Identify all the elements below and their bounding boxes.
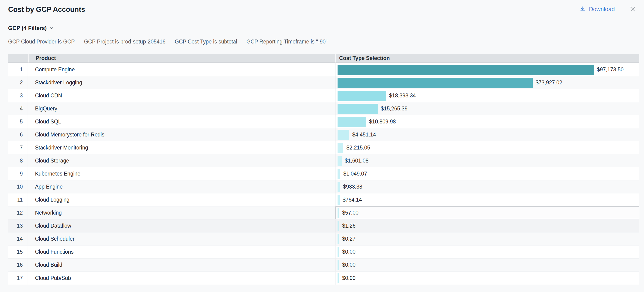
cost-value-label: $1.26 [342,223,356,229]
product-name-cell[interactable]: App Engine [28,180,336,193]
product-name-cell[interactable]: Cloud Pub/Sub [28,271,336,284]
product-name-cell[interactable]: Cloud CDN [28,89,336,102]
product-name-cell[interactable]: Cloud Scheduler [28,232,336,245]
table-row: 16Cloud Build$0.00 [8,258,639,271]
row-index: 5 [8,115,28,128]
cost-bar-cell[interactable]: $2,215.05 [336,141,639,154]
row-index: 14 [8,232,28,245]
row-index: 9 [8,167,28,180]
cost-bar [338,143,343,153]
table-row: 2Stackdriver Logging$73,927.02 [8,76,639,89]
filter-group-dropdown[interactable]: GCP (4 Filters) [8,25,54,31]
product-name-cell[interactable]: Cloud SQL [28,115,336,128]
cost-value-label: $0.00 [342,262,356,268]
row-index: 6 [8,128,28,141]
table-row: 9Kubernetes Engine$1,049.07 [8,167,639,180]
cost-value-label: $933.38 [343,184,362,190]
table-row: 15Cloud Functions$0.00 [8,245,639,258]
row-index: 17 [8,271,28,284]
row-index: 2 [8,76,28,89]
download-button[interactable]: Download [580,6,615,13]
cost-bar-cell[interactable]: $10,809.98 [336,115,639,128]
cost-table: Product Cost Type Selection 1Compute Eng… [8,54,639,284]
cost-bar-cell[interactable]: $764.14 [336,193,639,206]
product-name-cell[interactable]: Cloud Dataflow [28,219,336,232]
cost-value-label: $1,049.07 [343,171,367,177]
cost-bar [338,208,339,218]
cost-bar-cell[interactable]: $1,049.07 [336,167,639,180]
cost-value-label: $4,451.14 [352,131,376,138]
product-name-cell[interactable]: Compute Engine [28,63,336,76]
cost-bar [338,156,342,166]
product-name-cell[interactable]: Networking [28,206,336,219]
cost-bar [338,117,366,127]
cost-bar-cell[interactable]: $18,393.34 [336,89,639,102]
table-row: 11Cloud Logging$764.14 [8,193,639,206]
cost-value-label: $15,265.39 [381,105,408,112]
table-row: 6Cloud Memorystore for Redis$4,451.14 [8,128,639,141]
row-index: 7 [8,141,28,154]
cost-value-label: $10,809.98 [369,118,396,125]
row-index: 10 [8,180,28,193]
cost-value-label: $2,215.05 [346,144,370,151]
cost-bar-cell[interactable]: $1,601.08 [336,154,639,167]
header-actions: Download [580,5,636,13]
row-index: 15 [8,245,28,258]
table-row: 3Cloud CDN$18,393.34 [8,89,639,102]
row-index: 3 [8,89,28,102]
cost-bar [338,130,349,140]
cost-bar [338,195,340,205]
chevron-down-icon [49,26,54,31]
filter-chip: GCP Reporting Timeframe is "-90" [246,39,328,45]
product-name-cell[interactable]: Stackdriver Monitoring [28,141,336,154]
cost-bar-cell-selected[interactable]: $57.00 [336,206,639,219]
close-button[interactable] [629,6,636,13]
row-index: 8 [8,154,28,167]
cost-bar [338,234,339,244]
filter-chip: GCP Cost Type is subtotal [175,39,237,45]
table-row: 17Cloud Pub/Sub$0.00 [8,271,639,284]
cost-bar [338,78,533,88]
cost-bar-cell[interactable]: $0.00 [336,245,639,258]
cost-bar-cell[interactable]: $0.00 [336,271,639,284]
column-header-product: Product [28,54,336,63]
product-name-cell[interactable]: Kubernetes Engine [28,167,336,180]
cost-bar-cell[interactable]: $0.00 [336,258,639,271]
row-index: 4 [8,102,28,115]
product-name-cell[interactable]: Stackdriver Logging [28,76,336,89]
product-name-cell[interactable]: Cloud Logging [28,193,336,206]
product-name-cell[interactable]: Cloud Memorystore for Redis [28,128,336,141]
cost-bar [338,247,339,257]
table-row: 8Cloud Storage$1,601.08 [8,154,639,167]
column-header-cost-type: Cost Type Selection [336,54,639,63]
product-name-cell[interactable]: Cloud Functions [28,245,336,258]
cost-widget: Cost by GCP Accounts Download GCP [0,0,644,292]
download-icon [580,6,586,12]
cost-value-label: $0.00 [342,275,356,281]
table-row: 1Compute Engine$97,173.50 [8,63,639,76]
cost-bar [338,182,340,192]
product-name-cell[interactable]: BigQuery [28,102,336,115]
cost-bar-cell[interactable]: $73,927.02 [336,76,639,89]
cost-bar-cell[interactable]: $933.38 [336,180,639,193]
row-index: 13 [8,219,28,232]
cost-bar-cell[interactable]: $97,173.50 [336,63,639,76]
cost-bar [338,260,339,270]
cost-bar [338,104,378,114]
download-label: Download [589,6,615,13]
product-name-cell[interactable]: Cloud Storage [28,154,336,167]
page-title: Cost by GCP Accounts [8,5,580,14]
cost-value-label: $97,173.50 [597,67,624,73]
table-row: 7Stackdriver Monitoring$2,215.05 [8,141,639,154]
product-name-cell[interactable]: Cloud Build [28,258,336,271]
cost-bar-cell[interactable]: $4,451.14 [336,128,639,141]
cost-bar-cell[interactable]: $0.27 [336,232,639,245]
cost-value-label: $0.00 [342,249,356,255]
cost-bar-cell[interactable]: $15,265.39 [336,102,639,115]
table-row: 5Cloud SQL$10,809.98 [8,115,639,128]
cost-value-label: $764.14 [343,197,362,203]
cost-value-label: $1,601.08 [345,158,368,164]
cost-bar [338,221,339,231]
column-header-index [8,54,28,63]
cost-bar-cell[interactable]: $1.26 [336,219,639,232]
